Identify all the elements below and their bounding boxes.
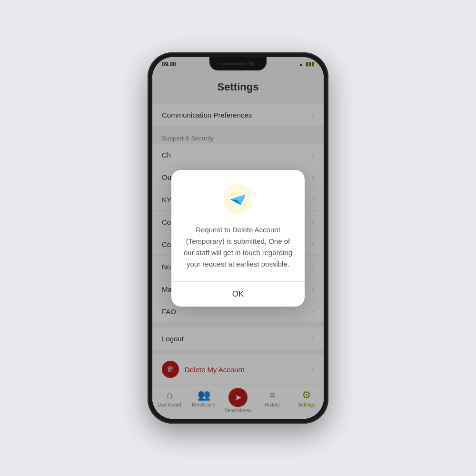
modal-icon-area xyxy=(183,184,293,215)
confirmation-modal: Request to Delete Account (Temporary) is… xyxy=(171,170,305,307)
modal-message: Request to Delete Account (Temporary) is… xyxy=(183,224,293,270)
svg-point-9 xyxy=(232,205,233,206)
svg-point-8 xyxy=(234,203,236,204)
modal-ok-button[interactable]: OK xyxy=(171,282,305,307)
phone-screen: 09.00 ▲ ▮▮▮ Settings Communication Prefe… xyxy=(152,57,324,419)
svg-point-4 xyxy=(231,204,232,205)
phone-frame: 09.00 ▲ ▮▮▮ Settings Communication Prefe… xyxy=(148,52,328,424)
modal-overlay: Request to Delete Account (Temporary) is… xyxy=(152,57,324,419)
svg-point-1 xyxy=(231,193,233,195)
paper-plane-container xyxy=(223,184,253,215)
svg-point-3 xyxy=(244,203,246,205)
paper-plane-icon xyxy=(228,189,248,209)
